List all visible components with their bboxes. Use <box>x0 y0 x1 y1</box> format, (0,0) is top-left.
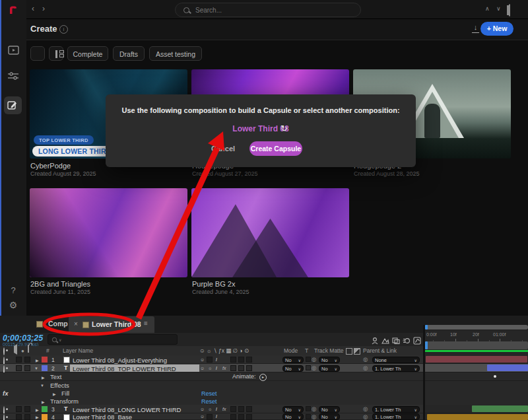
parent-dropdown[interactable]: None∨ <box>372 357 420 363</box>
time-ruler[interactable]: 0:00f 10f 20f 01:00f <box>425 330 528 341</box>
fx-switch-icon[interactable]: fx <box>222 366 226 370</box>
create-capsule-button[interactable]: Create Capsule <box>249 141 302 156</box>
matte-pickwhip-icon[interactable]: ◎ <box>312 356 316 363</box>
label-color-swatch[interactable] <box>42 406 48 412</box>
info-icon[interactable]: i <box>59 25 68 34</box>
audio-cell[interactable] <box>16 365 22 371</box>
layer-bar[interactable] <box>472 405 528 412</box>
frame-blending-toggle-icon[interactable] <box>392 335 400 343</box>
card-title[interactable]: 2BG and Triangles <box>30 280 90 288</box>
matte-pickwhip-icon[interactable]: ◎ <box>312 405 316 412</box>
adjustments-icon[interactable] <box>0 71 26 83</box>
label-color-swatch[interactable] <box>42 365 48 371</box>
expand-chevron-icon[interactable]: ▶ <box>36 407 39 412</box>
switch-cell[interactable] <box>246 357 252 363</box>
property-label[interactable]: Text <box>50 373 61 380</box>
layer-row-1[interactable]: ▶ 1 Lower Third 08_Adjust-Everything ☺ /… <box>0 355 423 364</box>
matte-toggle[interactable] <box>306 406 311 411</box>
playhead-marker[interactable] <box>425 341 428 349</box>
matte-toggle[interactable] <box>306 365 311 370</box>
navigator-handle[interactable] <box>425 325 428 330</box>
track-matte-dropdown[interactable]: No∨ <box>319 357 340 363</box>
property-label[interactable]: Transform <box>50 398 79 405</box>
track-matte-dropdown[interactable]: No∨ <box>319 406 340 413</box>
quality-switch-icon[interactable]: / <box>216 414 217 419</box>
mode-dropdown[interactable]: No∨ <box>282 413 304 420</box>
help-icon[interactable]: ? <box>0 285 26 295</box>
label-color-swatch[interactable] <box>42 357 48 363</box>
switch-cell[interactable] <box>238 357 244 363</box>
layer-bar[interactable] <box>427 414 528 420</box>
track-matte-column[interactable]: Track Matte <box>314 347 344 354</box>
property-row-text[interactable]: ▶ Text Animate: ▸ <box>0 372 423 381</box>
media-library-icon[interactable] <box>0 45 26 57</box>
expand-chevron-icon[interactable]: ▶ <box>42 375 45 380</box>
parent-dropdown[interactable]: 1. Lower Th∨ <box>372 365 420 372</box>
collapse-chevron-icon[interactable]: ▼ <box>40 384 44 388</box>
expand-chevron-icon[interactable]: ▶ <box>53 392 56 396</box>
new-button[interactable]: + New <box>480 22 513 36</box>
eye-icon[interactable] <box>3 415 5 420</box>
parent-dropdown[interactable]: 1. Lower Th∨ <box>372 413 420 420</box>
current-timecode[interactable]: 0;00;03;25 <box>3 333 43 343</box>
shy-switch-icon[interactable]: ☺ <box>200 407 205 411</box>
lock-cell[interactable] <box>24 414 30 420</box>
layer-name[interactable]: Lower Third 08_LONG LOWER THIRD <box>73 406 181 413</box>
layer-row-4[interactable]: ▶ 4 Lower Third 08_Base ☺ / No∨ ◎ No∨ ◎ … <box>0 413 423 420</box>
parent-pickwhip-icon[interactable]: ◎ <box>363 405 368 412</box>
parent-pickwhip-icon[interactable]: ◎ <box>363 365 368 371</box>
mode-dropdown[interactable]: No∨ <box>282 357 304 363</box>
collapse-up-icon[interactable]: ∧ <box>485 5 490 12</box>
search-input[interactable] <box>194 6 329 15</box>
layout-button[interactable] <box>49 46 63 61</box>
forward-chevron-icon[interactable]: › <box>42 4 45 13</box>
matte-toggle[interactable] <box>306 357 311 362</box>
mode-dropdown[interactable]: No∨ <box>282 365 304 372</box>
layer-bar[interactable] <box>426 356 527 363</box>
refresh-icon[interactable]: ↻ <box>280 123 288 133</box>
download-icon[interactable]: ↓ <box>471 24 480 33</box>
shy-switch-icon[interactable]: ☺ <box>200 414 205 419</box>
graph-editor-toggle-icon[interactable] <box>413 335 421 343</box>
collapse-chevron-icon[interactable]: ▼ <box>34 367 38 370</box>
reset-link[interactable]: Reset <box>201 390 217 397</box>
switch-cell[interactable] <box>238 414 244 420</box>
parent-link-column[interactable]: Parent & Link <box>363 347 397 354</box>
tab-comp-1[interactable]: Comp 1 <box>36 320 73 328</box>
create-tool-active-tab[interactable] <box>4 96 22 114</box>
layer-name-column[interactable]: Layer Name <box>63 347 93 354</box>
collapse-switch-icon[interactable]: ☼ <box>208 366 212 370</box>
switch-cell[interactable] <box>230 414 236 420</box>
parent-dropdown[interactable]: 1. Lower Th∨ <box>372 406 420 413</box>
time-navigator[interactable] <box>425 325 528 330</box>
layer-track-4[interactable] <box>425 413 528 420</box>
card-thumbnail-purple-bg[interactable] <box>191 188 349 277</box>
filter-drafts[interactable]: Drafts <box>113 46 145 61</box>
card-title[interactable]: CyberPodge <box>30 162 71 170</box>
label-color-swatch[interactable] <box>42 414 48 420</box>
switch-cell[interactable] <box>238 365 244 371</box>
expand-chevron-icon[interactable]: ▶ <box>42 400 45 404</box>
layer-row-2-selected[interactable]: ▼ 2 T Lower Third 08_TOP LOWER THIRD ☺ ☼… <box>0 364 423 372</box>
track-matte-dropdown[interactable]: No∨ <box>319 365 340 372</box>
parent-pickwhip-icon[interactable]: ◎ <box>363 413 368 420</box>
property-label[interactable]: Fill <box>61 390 69 397</box>
layer-name[interactable]: Lower Third 08_Base <box>73 413 132 420</box>
expand-chevron-icon[interactable]: ▶ <box>36 415 39 419</box>
switch-cell[interactable] <box>246 414 252 420</box>
layer-name[interactable]: Lower Third 08_Adjust-Everything <box>73 357 167 364</box>
audio-cell[interactable] <box>16 414 22 420</box>
mode-column[interactable]: Mode <box>284 347 298 354</box>
switch-cell[interactable] <box>246 406 252 412</box>
parent-pickwhip-icon[interactable]: ◎ <box>363 356 368 363</box>
search-bar[interactable] <box>175 3 361 17</box>
layer-track-3[interactable] <box>425 405 528 413</box>
layer-track-2[interactable] <box>425 364 528 372</box>
lock-cell[interactable] <box>24 365 30 371</box>
quality-switch-icon[interactable]: / <box>216 366 217 370</box>
settings-gear-icon[interactable]: ⚙ <box>0 300 26 310</box>
cancel-button[interactable]: Cancel <box>211 145 235 153</box>
fx-switch-icon[interactable]: fx <box>222 407 226 411</box>
switch-cell[interactable] <box>238 406 244 412</box>
filter-button[interactable] <box>30 46 45 61</box>
